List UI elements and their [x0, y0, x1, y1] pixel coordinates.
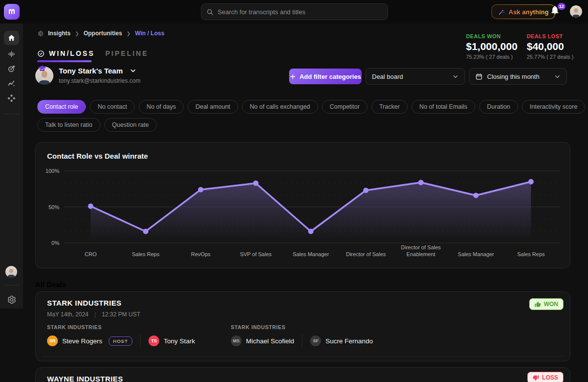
- tab-win-loss-label: WIN/LOSS: [49, 49, 95, 57]
- chart-card: Contact Role vs Deal winrate 100%50%0%CR…: [35, 142, 570, 268]
- deals-won-stat: DEALS WON $1,000,000 75.23% ( 27 deals ): [466, 33, 517, 60]
- deal-board-value: Deal board: [372, 73, 403, 80]
- status-loss-label: LOSS: [542, 374, 558, 381]
- deal-card-wayne[interactable]: WAYNE INDUSTRIES LOSS: [35, 367, 570, 382]
- breadcrumb-insights[interactable]: Insights: [48, 30, 71, 37]
- thumbs-up-icon: [535, 301, 541, 308]
- search-bar[interactable]: [201, 3, 388, 20]
- logo-icon: [7, 7, 16, 16]
- app-logo[interactable]: [4, 4, 20, 20]
- waveform-icon: [7, 50, 16, 58]
- status-won-label: WON: [544, 301, 558, 308]
- filter-chip-no-of-calls-exchanged[interactable]: No of calls exchanged: [242, 100, 318, 114]
- deal-card-stark[interactable]: STARK INDUSTRIES MaY 14th, 2024 | 12:32 …: [35, 291, 570, 361]
- y-axis-tick: 100%: [46, 168, 59, 174]
- filter-chip-duration[interactable]: Duration: [479, 100, 518, 114]
- filter-chip-no-of-days[interactable]: No of days: [139, 100, 184, 114]
- graduation-cap-icon: [37, 65, 47, 72]
- data-point: [198, 187, 203, 192]
- closing-period-select[interactable]: Closing this month: [469, 68, 567, 85]
- closing-period-value: Closing this month: [487, 73, 539, 80]
- participant-name: Sucre Fernando: [325, 337, 373, 345]
- deals-lost-value: $40,000: [527, 41, 573, 52]
- search-icon: [206, 8, 214, 16]
- member-divider: [140, 334, 141, 347]
- deals-won-value: $1,000,000: [466, 41, 517, 52]
- member-divider: [302, 334, 302, 347]
- ask-anything-button[interactable]: Ask anything: [491, 4, 555, 19]
- home-icon: [7, 34, 16, 42]
- sidebar-profile-avatar[interactable]: [5, 266, 17, 278]
- all-deals-heading: All Deals: [35, 280, 66, 288]
- deal-board-select[interactable]: Deal board: [366, 68, 465, 85]
- sidebar-item-coaching[interactable]: [4, 62, 19, 76]
- filter-chip-interactivity-score[interactable]: Interactivity score: [522, 100, 585, 114]
- participant: SFSucre Fernando: [310, 335, 373, 346]
- data-point: [528, 179, 534, 185]
- status-badge-won: WON: [529, 298, 564, 310]
- breadcrumb: Insights ❯ Opportunities ❯ Win / Loss: [37, 30, 164, 37]
- calendar-icon: [475, 73, 483, 80]
- data-point: [418, 180, 423, 185]
- sidebar-item-integrations[interactable]: [4, 91, 19, 105]
- winrate-line-chart: 100%50%0%CROSales RepsRevOpsSVP of Sales…: [36, 162, 571, 267]
- filter-chip-deal-amount[interactable]: Deal amount: [188, 100, 238, 114]
- deals-won-label: DEALS WON: [466, 33, 517, 39]
- trend-icon: [7, 79, 16, 88]
- search-input[interactable]: [218, 8, 383, 16]
- chevron-right-icon: ❯: [75, 31, 79, 36]
- meta-divider: |: [95, 311, 96, 318]
- tab-win-loss[interactable]: WIN/LOSS: [37, 49, 95, 57]
- participant-avatar: MS: [231, 335, 242, 346]
- chevron-down-icon: [452, 73, 459, 80]
- filter-chip-competitor[interactable]: Competitor: [322, 100, 368, 114]
- target-icon: [7, 65, 16, 73]
- notification-count-badge: 12: [557, 2, 566, 11]
- deal-meta: MaY 14th, 2024 | 12:32 PM UST: [47, 311, 140, 318]
- notifications-button[interactable]: 12: [550, 5, 564, 19]
- add-filter-categories-button[interactable]: Add filter categories: [289, 69, 362, 84]
- filter-chip-no-of-total-emails[interactable]: No of total Emails: [412, 100, 475, 114]
- diamond-nodes-icon: [7, 94, 16, 102]
- ask-anything-label: Ask anything: [509, 8, 549, 16]
- x-axis-label: Sales Manager: [458, 251, 494, 257]
- x-axis-label: Director of Sales: [346, 251, 386, 257]
- sidebar-item-recordings[interactable]: [4, 47, 19, 61]
- participant-name: Tony Stark: [164, 337, 195, 345]
- x-axis-label: Sales Reps: [517, 251, 545, 257]
- filter-chip-tracker[interactable]: Tracker: [371, 100, 408, 114]
- y-axis-tick: 0%: [51, 240, 59, 246]
- tab-pipeline-label: PIPELINE: [105, 49, 148, 57]
- x-axis-label: RevOps: [191, 251, 211, 257]
- team-name: Tony Stark's Team: [59, 67, 123, 75]
- x-axis-label: Sales Reps: [132, 251, 160, 257]
- user-avatar[interactable]: [570, 5, 582, 18]
- data-point: [88, 204, 94, 209]
- sidebar-item-home[interactable]: [4, 31, 19, 45]
- participants-row: STARK INDUSTRIESSRSteve RogersHOSTTSTony…: [47, 324, 559, 347]
- participant: TSTony Stark: [148, 335, 195, 346]
- sidebar-item-settings[interactable]: [4, 292, 19, 307]
- tab-pipeline[interactable]: PIPELINE: [105, 49, 148, 57]
- y-axis-tick: 50%: [49, 204, 59, 210]
- deal-date: MaY 14th, 2024: [47, 311, 89, 318]
- sidebar-divider: [4, 114, 19, 114]
- breadcrumb-opportunities[interactable]: Opportunities: [83, 30, 122, 37]
- magic-wand-icon: [498, 8, 505, 16]
- add-filter-label: Add filter categories: [299, 73, 361, 80]
- deals-lost-stat: DEALS LOST $40,000 25.77% ( 27 deals ): [527, 33, 573, 60]
- plus-icon: [290, 73, 296, 80]
- filter-chip-contact-role[interactable]: Contact role: [37, 100, 86, 114]
- team-selector[interactable]: Tony Stark's Team tony.stark@starkindust…: [35, 67, 141, 85]
- breadcrumb-win-loss[interactable]: Win / Loss: [135, 30, 164, 37]
- check-circle-icon: [37, 50, 45, 57]
- data-point: [143, 229, 148, 234]
- status-badge-loss: LOSS: [527, 372, 564, 382]
- filter-chip-talk-to-listen-ratio[interactable]: Talk to listen ratio: [37, 118, 100, 132]
- card-divider: [42, 356, 564, 357]
- filter-chips-row-1: Contact roleNo contactNo of daysDeal amo…: [37, 100, 585, 114]
- filter-chip-no-contact[interactable]: No contact: [90, 100, 135, 114]
- sidebar-item-insights[interactable]: [4, 76, 19, 91]
- filter-chip-question-rate[interactable]: Question rate: [104, 118, 157, 132]
- filter-chips-row-2: Talk to listen ratioQuestion rate: [37, 118, 157, 132]
